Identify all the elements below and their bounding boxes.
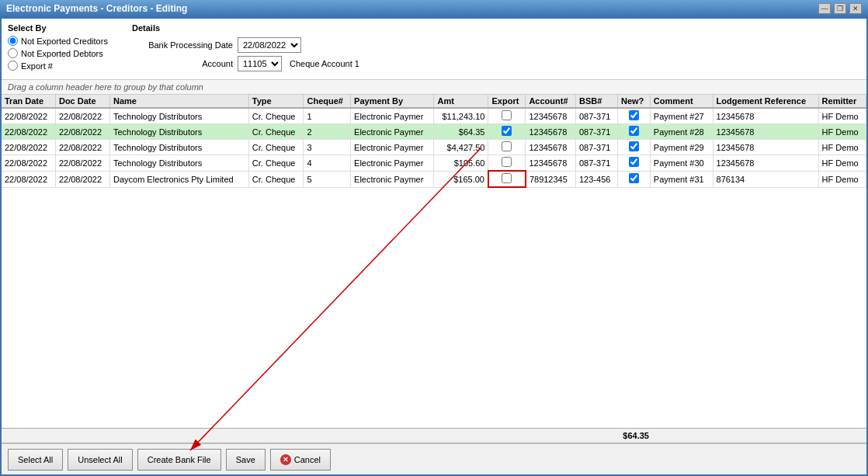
export-checkbox[interactable] — [502, 126, 512, 136]
new-checkbox[interactable] — [629, 126, 639, 136]
bank-processing-date-select[interactable]: 22/08/2022 — [238, 37, 301, 53]
lodgement-cell: 12345678 — [713, 140, 818, 155]
save-button[interactable]: Save — [226, 449, 266, 471]
col-type[interactable]: Type — [248, 95, 304, 108]
payment-by-cell: Electronic Paymer — [351, 124, 434, 140]
radio-not-exported-debtors-input[interactable] — [8, 48, 18, 58]
col-remitter[interactable]: Remitter — [818, 95, 866, 108]
minimize-button[interactable]: — — [818, 3, 831, 14]
doc-date-cell: 22/08/2022 — [55, 140, 109, 155]
cheque-cell: 5 — [304, 171, 351, 187]
account-cell: 12345678 — [526, 140, 576, 155]
radio-not-exported-creditors-input[interactable] — [8, 36, 18, 46]
export-cell[interactable] — [488, 124, 526, 140]
col-payment-by[interactable]: Payment By — [351, 95, 434, 108]
drag-hint: Drag a column header here to group by th… — [2, 80, 866, 95]
bsb-cell: 087-371 — [576, 155, 618, 172]
type-cell: Cr. Cheque — [248, 108, 304, 124]
comment-cell: Payment #27 — [650, 108, 713, 124]
payment-by-cell: Electronic Paymer — [351, 171, 434, 187]
payments-table: Tran Date Doc Date Name Type Cheque# Pay… — [2, 95, 866, 188]
radio-not-exported-creditors[interactable]: Not Exported Creditors — [8, 36, 120, 46]
name-cell: Technology Distributors — [109, 124, 248, 140]
cheque-cell: 2 — [304, 124, 351, 140]
cheque-cell: 1 — [304, 108, 351, 124]
select-by-panel: Select By Not Exported Creditors Not Exp… — [8, 23, 132, 75]
export-checkbox[interactable] — [502, 157, 512, 167]
window-wrapper: Electronic Payments - Creditors - Editin… — [0, 0, 868, 476]
main-container: Select By Not Exported Creditors Not Exp… — [0, 17, 868, 476]
col-amt[interactable]: Amt — [434, 95, 488, 108]
radio-export-hash-label: Export # — [21, 61, 53, 71]
comment-cell: Payment #28 — [650, 124, 713, 140]
type-cell: Cr. Cheque — [248, 140, 304, 155]
amt-cell: $4,427.50 — [434, 140, 488, 155]
amt-cell: $105.60 — [434, 155, 488, 172]
export-cell[interactable] — [488, 140, 526, 155]
cancel-icon: ✕ — [280, 454, 291, 465]
export-cell[interactable] — [488, 108, 526, 124]
unselect-all-button[interactable]: Unselect All — [68, 449, 132, 471]
cancel-button[interactable]: ✕ Cancel — [270, 449, 331, 471]
new-cell[interactable] — [617, 108, 650, 124]
radio-export-hash[interactable]: Export # — [8, 61, 120, 71]
col-name[interactable]: Name — [109, 95, 248, 108]
doc-date-cell: 22/08/2022 — [55, 124, 109, 140]
grid-container[interactable]: Tran Date Doc Date Name Type Cheque# Pay… — [2, 95, 866, 428]
export-checkbox[interactable] — [502, 110, 512, 120]
new-checkbox[interactable] — [629, 173, 639, 183]
comment-cell: Payment #31 — [650, 171, 713, 187]
radio-export-hash-input[interactable] — [8, 61, 18, 71]
export-checkbox[interactable] — [502, 173, 512, 183]
new-checkbox[interactable] — [629, 157, 639, 167]
amt-cell: $11,243.10 — [434, 108, 488, 124]
lodgement-cell: 876134 — [713, 171, 818, 187]
col-comment[interactable]: Comment — [650, 95, 713, 108]
account-select[interactable]: 11105 — [238, 56, 282, 71]
type-cell: Cr. Cheque — [248, 124, 304, 140]
new-cell[interactable] — [617, 124, 650, 140]
col-lodgement[interactable]: Lodgement Reference — [713, 95, 818, 108]
export-cell[interactable] — [488, 171, 526, 187]
col-export[interactable]: Export — [488, 95, 526, 108]
bsb-cell: 087-371 — [576, 108, 618, 124]
col-new[interactable]: New? — [617, 95, 650, 108]
payment-by-cell: Electronic Paymer — [351, 140, 434, 155]
close-button[interactable]: ✕ — [849, 3, 862, 14]
new-cell[interactable] — [617, 140, 650, 155]
col-account[interactable]: Account# — [526, 95, 576, 108]
name-cell: Technology Distributors — [109, 108, 248, 124]
name-cell: Technology Distributors — [109, 155, 248, 172]
new-checkbox[interactable] — [629, 141, 639, 151]
table-row: 22/08/202222/08/2022Technology Distribut… — [2, 108, 866, 124]
create-bank-file-button[interactable]: Create Bank File — [137, 449, 221, 471]
col-bsb[interactable]: BSB# — [576, 95, 618, 108]
doc-date-cell: 22/08/2022 — [55, 155, 109, 172]
amt-cell: $64.35 — [434, 124, 488, 140]
new-checkbox[interactable] — [629, 110, 639, 120]
bank-processing-date-label: Bank Processing Date — [132, 40, 233, 50]
table-body: 22/08/202222/08/2022Technology Distribut… — [2, 108, 866, 187]
new-cell[interactable] — [617, 171, 650, 187]
col-cheque[interactable]: Cheque# — [304, 95, 351, 108]
remitter-cell: HF Demo — [818, 124, 866, 140]
new-cell[interactable] — [617, 155, 650, 172]
radio-not-exported-debtors[interactable]: Not Exported Debtors — [8, 48, 120, 58]
select-all-button[interactable]: Select All — [8, 449, 63, 471]
table-row: 22/08/202222/08/2022Technology Distribut… — [2, 155, 866, 172]
name-cell: Technology Distributors — [109, 140, 248, 155]
doc-date-cell: 22/08/2022 — [55, 108, 109, 124]
bsb-cell: 087-371 — [576, 124, 618, 140]
details-title: Details — [132, 23, 860, 33]
export-checkbox[interactable] — [502, 141, 512, 151]
col-doc-date[interactable]: Doc Date — [55, 95, 109, 108]
account-cell: 12345678 — [526, 124, 576, 140]
window-title: Electronic Payments - Creditors - Editin… — [6, 3, 187, 14]
amt-cell: $165.00 — [434, 171, 488, 187]
cancel-label: Cancel — [294, 455, 321, 464]
export-cell[interactable] — [488, 155, 526, 172]
remitter-cell: HF Demo — [818, 171, 866, 187]
restore-button[interactable]: ❐ — [834, 3, 846, 14]
total-amount: $64.35 — [623, 431, 649, 440]
col-tran-date[interactable]: Tran Date — [2, 95, 55, 108]
